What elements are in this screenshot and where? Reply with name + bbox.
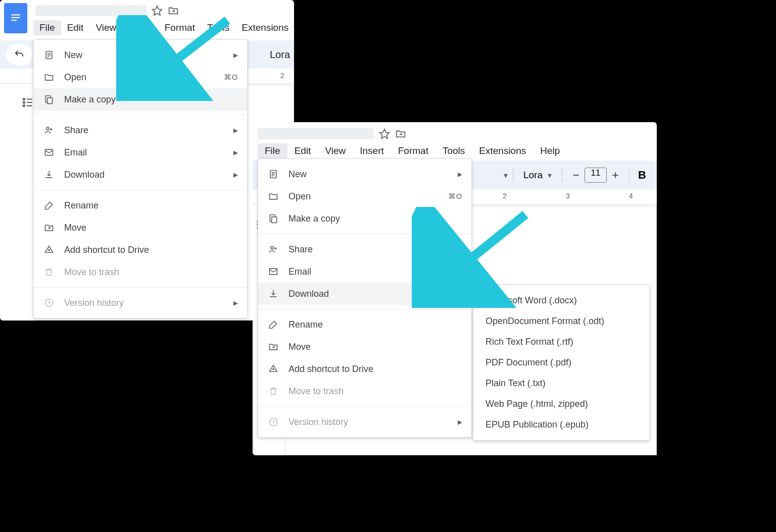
menu-help[interactable]: Help (533, 143, 567, 158)
menu-format[interactable]: Format (159, 20, 201, 35)
font-size-input[interactable]: 11 (585, 168, 607, 183)
svg-marker-3 (153, 6, 162, 15)
menu-file[interactable]: File (33, 20, 61, 35)
copy-icon (267, 214, 279, 224)
file-menu-open[interactable]: Open ⌘O (258, 185, 471, 207)
bold-button[interactable]: B (635, 169, 650, 182)
menu-separator (34, 115, 247, 115)
chevron-down-icon[interactable]: ▾ (504, 171, 508, 180)
font-selector[interactable]: Lora (266, 44, 294, 65)
download-txt[interactable]: Plain Text (.txt) (473, 373, 649, 394)
doc-title-placeholder[interactable] (258, 128, 374, 139)
menubar: File Edit View Insert Format Tools Exten… (258, 141, 652, 158)
ruler-tick-2: 2 (503, 192, 507, 200)
svg-marker-20 (380, 129, 389, 138)
menu-separator (34, 287, 247, 288)
file-menu-make-a-copy[interactable]: Make a copy (34, 88, 247, 111)
svg-point-15 (46, 127, 49, 130)
chevron-right-icon: ▸ (233, 297, 238, 308)
svg-point-4 (23, 98, 25, 100)
menu-view[interactable]: View (318, 143, 353, 158)
shortcut-label: ⌘O (224, 73, 238, 82)
move-icon (267, 342, 279, 352)
header: File Edit View Insert Format Tools Exten… (0, 0, 294, 35)
download-icon (43, 170, 55, 180)
trash-icon (267, 386, 279, 396)
undo-button[interactable] (6, 44, 32, 65)
menu-edit[interactable]: Edit (61, 20, 90, 35)
file-menu-new[interactable]: New ▸ (258, 163, 471, 185)
download-html[interactable]: Web Page (.html, zipped) (473, 394, 649, 414)
menu-item-label: Add shortcut to Drive (288, 364, 462, 375)
menu-item-label: Version history (288, 417, 449, 428)
svg-point-32 (271, 246, 273, 249)
chevron-right-icon: ▸ (233, 49, 238, 61)
svg-rect-0 (11, 14, 20, 15)
ruler-tick-2: 2 (280, 72, 284, 80)
file-menu-move[interactable]: Move (258, 336, 471, 358)
rename-icon (267, 320, 279, 330)
folder-icon (43, 72, 55, 82)
menu-extensions[interactable]: Extensions (235, 20, 295, 35)
file-menu-open[interactable]: Open ⌘O (34, 66, 247, 88)
move-to-folder-icon[interactable] (168, 5, 179, 16)
menu-file[interactable]: File (258, 143, 287, 158)
folder-icon (267, 191, 279, 201)
download-odt[interactable]: OpenDocument Format (.odt) (473, 311, 649, 332)
menu-insert[interactable]: Insert (122, 20, 159, 35)
menu-item-label: Download (288, 289, 449, 299)
menu-item-label: Email (288, 267, 449, 277)
file-menu-move[interactable]: Move (34, 217, 247, 239)
header: File Edit View Insert Format Tools Exten… (253, 122, 657, 157)
download-epub[interactable]: EPUB Publication (.epub) (473, 414, 649, 435)
menu-view[interactable]: View (89, 20, 122, 35)
menu-insert[interactable]: Insert (353, 143, 391, 158)
font-size-control: − 11 + (567, 167, 624, 184)
toolbar-separator (513, 168, 513, 182)
menu-tools[interactable]: Tools (201, 20, 235, 35)
file-menu-share[interactable]: Share ▸ (34, 119, 247, 141)
file-menu-share[interactable]: Share ▸ (258, 238, 471, 260)
chevron-right-icon: ▸ (233, 125, 238, 136)
file-menu-download[interactable]: Download ▸ (258, 283, 471, 305)
svg-rect-2 (11, 20, 17, 21)
decrease-font-size-button[interactable]: − (567, 167, 585, 184)
svg-rect-1 (11, 17, 20, 18)
file-menu-new[interactable]: New ▸ (34, 44, 247, 66)
menu-format[interactable]: Format (391, 143, 435, 158)
font-family-selector[interactable]: Lora ▾ (518, 165, 557, 185)
outline-button[interactable] (21, 96, 34, 111)
download-pdf[interactable]: PDF Document (.pdf) (473, 352, 649, 373)
file-menu-rename[interactable]: Rename (34, 194, 247, 217)
file-menu-download[interactable]: Download ▸ (34, 164, 247, 186)
menu-item-label: Make a copy (64, 94, 238, 105)
file-menu-email[interactable]: Email ▸ (34, 141, 247, 164)
doc-title-placeholder[interactable] (35, 5, 147, 16)
file-menu-add-shortcut[interactable]: Add shortcut to Drive (258, 358, 471, 380)
menu-extensions[interactable]: Extensions (472, 143, 533, 158)
menu-item-label: New (288, 169, 449, 180)
menu-item-label: Move (64, 223, 238, 233)
docs-logo[interactable] (4, 3, 27, 33)
star-icon[interactable] (379, 128, 390, 139)
file-menu-dropdown: New ▸ Open ⌘O Make a copy Share ▸ Email … (33, 39, 248, 318)
chevron-right-icon: ▸ (458, 169, 462, 180)
file-menu-add-shortcut[interactable]: Add shortcut to Drive (34, 239, 247, 261)
star-icon[interactable] (152, 5, 163, 16)
menu-item-label: Version history (64, 298, 224, 308)
chevron-down-icon: ▾ (548, 171, 552, 180)
move-to-folder-icon[interactable] (395, 128, 406, 139)
email-icon (43, 147, 55, 157)
file-menu-rename[interactable]: Rename (258, 313, 471, 336)
download-docx[interactable]: Microsoft Word (.docx) (473, 290, 649, 311)
history-icon (267, 417, 279, 427)
file-menu-make-a-copy[interactable]: Make a copy (258, 207, 471, 230)
svg-point-5 (23, 101, 25, 103)
toolbar-separator (629, 168, 629, 182)
file-menu-email[interactable]: Email ▸ (258, 260, 471, 283)
file-menu-move-to-trash: Move to trash (258, 380, 471, 402)
increase-font-size-button[interactable]: + (607, 167, 624, 184)
menu-tools[interactable]: Tools (435, 143, 472, 158)
download-rtf[interactable]: Rich Text Format (.rtf) (473, 332, 649, 352)
menu-edit[interactable]: Edit (287, 143, 318, 158)
